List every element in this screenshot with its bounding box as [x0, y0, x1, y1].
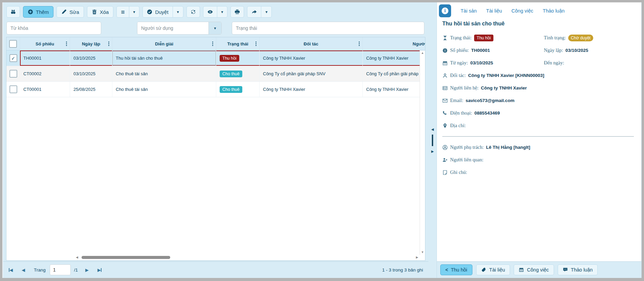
scroll-down-icon[interactable]: ▼ [421, 251, 424, 254]
tab-tai-lieu[interactable]: Tài liệu [486, 8, 502, 14]
cell-ngay-lap: 03/10/2025 [70, 66, 112, 81]
view-button[interactable] [203, 6, 217, 17]
field-ghi-chu: Ghi chú: [442, 166, 636, 179]
keyword-input[interactable] [6, 22, 101, 35]
pencil-icon [61, 9, 67, 15]
trash-icon [92, 9, 97, 15]
prev-page-button[interactable]: ◀ [22, 267, 25, 273]
eye-icon [207, 9, 213, 15]
menu-icon: ≡ [121, 9, 125, 15]
share-button[interactable] [247, 6, 261, 17]
caret-down-icon: ▼ [221, 10, 224, 14]
field-email: Email: savico573@gmail.com [442, 94, 636, 107]
column-menu-icon[interactable] [358, 41, 360, 47]
scroll-left-icon[interactable]: ◀ [76, 256, 78, 259]
section-divider [442, 136, 634, 137]
records-table: ✓ Số phiếu Ngày lập Diễn giải [6, 37, 425, 261]
person-circle-icon [442, 145, 448, 150]
printer-icon [235, 9, 240, 15]
cell-ngay-lap: 25/08/2025 [70, 82, 112, 97]
column-menu-icon[interactable] [108, 41, 110, 47]
panel-splitter[interactable]: ◀ ▶ [428, 2, 437, 278]
search-toggle-button[interactable] [6, 6, 20, 18]
table-row[interactable]: ✓ CT00001 25/08/2025 Cho thuê tài sản Ch… [6, 82, 425, 97]
thao-luan-button[interactable]: Thảo luận [558, 264, 598, 275]
tai-lieu-button[interactable]: Tài liệu [476, 264, 510, 275]
horizontal-scrollbar[interactable]: ◀ ▶ [76, 255, 418, 260]
app-window: Thêm Sửa Xóa ≡ ▼ [2, 2, 642, 278]
collapse-left-icon[interactable]: ◀ [431, 127, 434, 131]
collapse-right-icon[interactable]: ▶ [431, 149, 434, 153]
tab-info[interactable]: i [439, 4, 451, 17]
cell-nguoi-lien-he: Công ty TNHH Xavier [363, 82, 425, 97]
approve-button[interactable]: Duyệt [143, 6, 172, 17]
add-button[interactable]: Thêm [23, 6, 53, 18]
print-button[interactable] [230, 6, 244, 18]
delete-button[interactable]: Xóa [87, 6, 114, 18]
scrollbar-thumb[interactable] [82, 256, 170, 259]
first-page-button[interactable]: ◀ [8, 267, 13, 273]
row-cells: TH00001 03/10/2025 Thu hồi tài sản cho t… [20, 51, 425, 66]
list-panel: Thêm Sửa Xóa ≡ ▼ [3, 2, 428, 278]
row-cells: CT00002 03/10/2025 Cho thuê tài sản Cho … [20, 66, 425, 81]
column-menu-icon[interactable] [65, 41, 68, 47]
edit-button[interactable]: Sửa [57, 6, 84, 18]
cell-trang-thai: Thu hồi [216, 51, 260, 66]
select-all-checkbox[interactable]: ✓ [9, 40, 17, 48]
page-number-input[interactable] [50, 264, 71, 275]
user-input[interactable] [137, 22, 208, 34]
status-badge: Cho thuê [220, 86, 242, 93]
status-input[interactable] [232, 22, 424, 35]
row-checkbox[interactable]: ✓ [9, 54, 17, 62]
total-pages-label: /1 [74, 267, 78, 273]
approval-badge: Chờ duyệt [568, 35, 593, 41]
check-icon: ✓ [11, 56, 15, 61]
column-header-doi-tac[interactable]: Đối tác [260, 37, 363, 50]
approve-dropdown-button[interactable]: ▼ [173, 6, 183, 17]
menu-button[interactable]: ≡ [117, 6, 129, 17]
next-page-button[interactable]: ▶ [85, 267, 89, 273]
field-nguoi-lien-he: Người liên hệ: Công ty TNHH Xavier [442, 82, 636, 94]
cell-so-phieu: TH00001 [20, 51, 70, 66]
column-header-nguoi-lien-he[interactable]: Người liên hệ [363, 37, 425, 50]
person-plus-icon [442, 157, 448, 163]
vertical-scrollbar[interactable]: ▲ ▼ [420, 51, 425, 255]
tab-cong-viec[interactable]: Công việc [511, 8, 533, 14]
user-dropdown-button[interactable]: ▼ [208, 22, 221, 34]
scroll-up-icon[interactable]: ▲ [421, 52, 424, 55]
tab-thao-luan[interactable]: Thảo luận [543, 8, 565, 14]
column-menu-icon[interactable] [255, 41, 257, 47]
chevron-left-icon: < [445, 267, 448, 273]
row-checkbox[interactable]: ✓ [9, 85, 17, 93]
refresh-icon [191, 9, 196, 15]
menu-dropdown-button[interactable]: ▼ [129, 6, 139, 17]
last-page-button[interactable]: ▶ [97, 267, 102, 273]
cell-dien-giai: Thu hồi tài sản cho thuê [112, 51, 216, 66]
caret-down-icon: ▼ [214, 26, 217, 30]
table-row[interactable]: ✓ CT00002 03/10/2025 Cho thuê tài sản Ch… [6, 66, 425, 82]
approve-split-button: Duyệt ▼ [142, 6, 183, 18]
table-row[interactable]: ✓ TH00001 03/10/2025 Thu hồi tài sản cho… [6, 51, 425, 66]
column-menu-icon[interactable] [212, 41, 214, 47]
share-dropdown-button[interactable]: ▼ [261, 6, 271, 17]
refresh-button[interactable] [186, 6, 200, 18]
row-checkbox-cell: ✓ [6, 82, 20, 97]
splitter-handle[interactable] [432, 135, 433, 146]
cell-doi-tac: Công ty TNHH Xavier [260, 51, 363, 66]
column-header-ngay-lap[interactable]: Ngày lập [70, 37, 112, 50]
envelope-icon [442, 98, 448, 103]
cong-viec-button[interactable]: Công việc [514, 264, 554, 275]
tab-tai-san[interactable]: Tài sản [461, 8, 477, 14]
column-header-so-phieu[interactable]: Số phiếu [20, 37, 70, 50]
table-grid: ✓ Số phiếu Ngày lập Diễn giải [6, 37, 425, 97]
caret-down-icon: ▼ [176, 10, 180, 14]
info-circle-icon [442, 48, 448, 53]
column-header-trang-thai[interactable]: Trạng thái [216, 37, 260, 50]
scroll-right-icon[interactable]: ▶ [416, 256, 418, 259]
column-header-dien-giai[interactable]: Diễn giải [112, 37, 216, 50]
cell-so-phieu: CT00002 [20, 66, 70, 81]
detail-panel: i Tài sản Tài liệu Công việc Thảo luận T… [437, 2, 642, 278]
row-checkbox[interactable]: ✓ [9, 70, 17, 78]
view-dropdown-button[interactable]: ▼ [217, 6, 227, 17]
thu-hoi-button[interactable]: < Thu hồi [440, 264, 472, 275]
